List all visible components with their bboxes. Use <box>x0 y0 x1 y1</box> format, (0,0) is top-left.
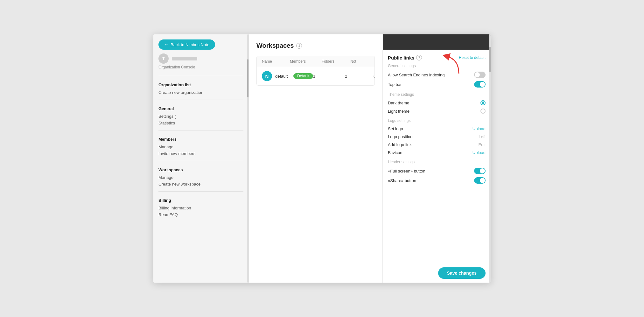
setting-row-dark-theme: Dark theme <box>388 99 486 107</box>
sidebar-divider-5 <box>158 191 243 192</box>
org-avatar-row: T <box>158 53 197 64</box>
sidebar-scrollbar[interactable] <box>247 34 248 283</box>
right-panel-header <box>383 34 491 50</box>
setting-row-top-bar: Top bar <box>388 80 486 89</box>
setting-row-set-logo: Set logo Upload <box>388 125 486 133</box>
toggle-thumb-3 <box>480 168 485 173</box>
sidebar-section-general: General Settings ( Statistics <box>153 102 248 128</box>
table-row[interactable]: N default Default 1 2 0 <box>257 67 374 85</box>
table-col-name: Name <box>262 59 290 64</box>
add-logo-link-action[interactable]: Edit <box>479 142 486 147</box>
top-bar-label: Top bar <box>388 82 402 87</box>
share-button-toggle[interactable] <box>474 177 486 184</box>
toggle-thumb-2 <box>480 82 485 87</box>
workspace-name: default <box>275 74 288 79</box>
workspaces-info-icon[interactable]: ℹ <box>296 43 302 49</box>
sidebar-section-title-workspaces: Workspaces <box>158 167 243 172</box>
light-theme-label: Light theme <box>388 109 410 114</box>
workspace-icon: N <box>262 71 272 81</box>
sidebar-item-members-manage[interactable]: Manage <box>158 144 243 150</box>
sidebar-section-org-list: Organization list Create new organizatio… <box>153 79 248 97</box>
sidebar-section-billing: Billing Billing information Read FAQ <box>153 194 248 219</box>
workspaces-table: Name Members Folders Not N default Defau… <box>256 56 375 86</box>
table-cell-folders: 2 <box>345 74 374 79</box>
right-panel-scroll-thumb <box>489 47 491 72</box>
search-engines-label: Allow Search Engines indexing <box>388 73 445 77</box>
sidebar: ← Back to Nimbus Note T Organization Con… <box>153 34 249 283</box>
setting-row-logo-position: Logo position Left <box>388 133 486 141</box>
share-button-label: «Share» button <box>388 178 416 183</box>
save-changes-button[interactable]: Save changes <box>438 267 486 279</box>
toggle-thumb <box>475 72 480 77</box>
panel-section-header: Public links ? Reset to default <box>388 55 486 60</box>
table-col-notes: Not <box>350 59 369 64</box>
table-header: Name Members Folders Not <box>257 56 374 67</box>
table-cell-notes: 0 <box>374 74 375 79</box>
setting-row-search-engines: Allow Search Engines indexing <box>388 70 486 80</box>
setting-row-share-button: «Share» button <box>388 176 486 185</box>
logo-settings-label: Logo settings <box>388 118 486 123</box>
right-panel-body: Public links ? Reset to default General … <box>383 50 491 264</box>
general-settings-label: General settings <box>388 64 486 68</box>
set-logo-upload-link[interactable]: Upload <box>472 126 486 131</box>
sidebar-section-title-members: Members <box>158 137 243 142</box>
sidebar-divider <box>158 76 243 76</box>
table-col-folders: Folders <box>322 59 350 64</box>
setting-row-full-screen: «Full screen» button <box>388 166 486 176</box>
avatar: T <box>158 53 169 64</box>
table-col-members: Members <box>290 59 322 64</box>
sidebar-section-title-org: Organization list <box>158 82 243 87</box>
logo-position-label: Logo position <box>388 134 412 139</box>
light-theme-radio[interactable] <box>480 109 486 114</box>
header-settings-label: Header settings <box>388 160 486 164</box>
back-to-nimbus-button[interactable]: ← Back to Nimbus Note <box>158 39 215 50</box>
save-btn-container: Save changes <box>383 264 491 283</box>
setting-row-light-theme: Light theme <box>388 107 486 115</box>
panel-info-icon[interactable]: ? <box>416 55 422 60</box>
sidebar-item-create-org[interactable]: Create new organization <box>158 89 243 96</box>
panel-title: Public links ? <box>388 55 422 60</box>
set-logo-label: Set logo <box>388 126 403 131</box>
default-badge: Default <box>293 73 313 79</box>
org-name-blur <box>172 57 197 60</box>
sidebar-item-statistics[interactable]: Statistics <box>158 120 243 126</box>
content-area: Workspaces ℹ Name Members Folders Not N … <box>249 34 382 283</box>
sidebar-section-workspaces: Workspaces Manage Create new workspace <box>153 164 248 189</box>
add-logo-link-label: Add logo link <box>388 142 411 147</box>
sidebar-section-members: Members Manage Invite new members <box>153 133 248 158</box>
org-console-label: Organization Console <box>158 65 195 69</box>
dark-theme-label: Dark theme <box>388 101 409 105</box>
favicon-label: Favicon <box>388 150 402 155</box>
search-engines-toggle[interactable] <box>474 72 486 78</box>
setting-row-favicon: Favicon Upload <box>388 149 486 157</box>
table-cell-members: 1 <box>313 74 345 79</box>
theme-settings-label: Theme settings <box>388 92 486 97</box>
back-button-label: Back to Nimbus Note <box>171 42 209 47</box>
right-panel: Public links ? Reset to default General … <box>382 34 491 283</box>
sidebar-section-title-billing: Billing <box>158 198 243 203</box>
toggle-thumb-4 <box>480 178 485 183</box>
back-arrow-icon: ← <box>164 42 169 47</box>
dark-theme-radio[interactable] <box>480 100 486 105</box>
logo-position-value[interactable]: Left <box>479 134 486 139</box>
favicon-upload-link[interactable]: Upload <box>472 150 486 155</box>
right-panel-scrollbar[interactable] <box>489 34 491 283</box>
page-title: Workspaces ℹ <box>256 42 375 49</box>
sidebar-item-workspaces-manage[interactable]: Manage <box>158 174 243 181</box>
sidebar-section-title-general: General <box>158 106 243 111</box>
sidebar-divider-3 <box>158 130 243 130</box>
sidebar-divider-4 <box>158 161 243 161</box>
full-screen-toggle[interactable] <box>474 168 486 174</box>
sidebar-divider-2 <box>158 100 243 100</box>
workspace-name-cell: N default Default <box>262 71 313 81</box>
setting-row-add-logo-link: Add logo link Edit <box>388 141 486 149</box>
org-console-section: T Organization Console <box>153 53 248 73</box>
sidebar-item-invite-members[interactable]: Invite new members <box>158 150 243 157</box>
sidebar-item-settings[interactable]: Settings ( <box>158 113 243 120</box>
sidebar-item-read-faq[interactable]: Read FAQ <box>158 211 243 218</box>
sidebar-scroll-thumb <box>247 59 248 97</box>
reset-to-default-link[interactable]: Reset to default <box>459 55 486 60</box>
sidebar-item-create-workspace[interactable]: Create new workspace <box>158 181 243 187</box>
top-bar-toggle[interactable] <box>474 81 486 88</box>
sidebar-item-billing-info[interactable]: Billing information <box>158 205 243 211</box>
